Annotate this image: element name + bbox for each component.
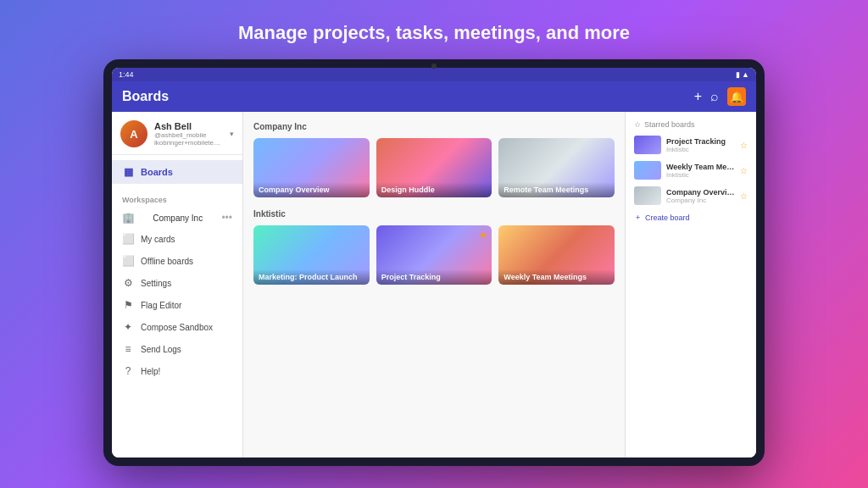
sidebar-item-settings[interactable]: ⚙ Settings <box>112 272 242 294</box>
board-label: Design Huddle <box>376 182 492 197</box>
create-board-plus-icon: ＋ <box>634 212 642 223</box>
inktistic-section: Inktistic Marketing: Product Launch ★ Pr… <box>253 209 615 285</box>
logs-icon: ≡ <box>122 343 134 355</box>
starred-thumb <box>634 136 661 154</box>
board-company-overview[interactable]: Company Overview <box>253 138 370 197</box>
company-inc-boards: Company Overview Design Huddle Remote Te… <box>253 138 615 197</box>
starred-thumb <box>634 186 661 205</box>
workspace-icon: 🏢 <box>122 212 134 224</box>
create-board-button[interactable]: ＋ Create board <box>634 212 748 223</box>
help-label: Help! <box>141 367 160 376</box>
starred-project-tracking[interactable]: Project Tracking Inktistic ☆ <box>634 136 748 154</box>
starred-info: Project Tracking Inktistic <box>666 137 735 153</box>
user-name: Ash Bell <box>154 121 223 131</box>
top-bar-actions: + ⌕ 🔔 <box>694 87 746 106</box>
board-remote-team[interactable]: Remote Team Meetings <box>498 138 615 197</box>
starred-star-icon[interactable]: ☆ <box>740 191 748 201</box>
starred-workspace: Inktistic <box>666 146 735 153</box>
camera-notch <box>431 64 437 69</box>
starred-name: Weekly Team Meetings <box>666 163 735 171</box>
sidebar-item-send-logs[interactable]: ≡ Send Logs <box>112 338 242 360</box>
tablet-screen: 1:44 ▮ ▲ Boards + ⌕ 🔔 A Ash Bel <box>112 68 756 458</box>
top-bar: Boards + ⌕ 🔔 <box>112 81 756 112</box>
status-bar: 1:44 ▮ ▲ <box>112 68 756 81</box>
star-icon: ★ <box>479 230 487 241</box>
workspaces-section: Workspaces 🏢 Company Inc ••• <box>112 189 242 228</box>
status-time: 1:44 <box>119 70 134 79</box>
settings-label: Settings <box>141 279 171 288</box>
starred-workspace: Inktistic <box>666 171 735 179</box>
starred-company-overview[interactable]: Company Overview Company Inc ☆ <box>634 186 748 205</box>
inktistic-boards: Marketing: Product Launch ★ Project Trac… <box>253 225 615 285</box>
company-inc-section: Company Inc Company Overview Design Hudd… <box>253 122 615 197</box>
starred-weekly-team[interactable]: Weekly Team Meetings Inktistic ☆ <box>634 161 748 180</box>
sidebar-item-compose[interactable]: ✦ Compose Sandbox <box>112 316 242 338</box>
workspaces-title: Workspaces <box>112 189 242 208</box>
content-area: Company Inc Company Overview Design Hudd… <box>243 112 625 458</box>
mycards-icon: ⬜ <box>122 233 134 245</box>
add-button[interactable]: + <box>694 89 702 104</box>
search-button[interactable]: ⌕ <box>710 89 719 104</box>
right-panel: ☆ Starred boards Project Tracking Inktis… <box>625 112 756 458</box>
notification-icon: 🔔 <box>730 91 743 103</box>
user-handle: @ashbell_mobile <box>154 131 223 139</box>
main-content: A Ash Bell @ashbell_mobile lkobringer+mo… <box>112 112 756 458</box>
board-label: Marketing: Product Launch <box>253 269 370 285</box>
sidebar-nav: ▦ Boards <box>112 155 242 189</box>
sidebar-item-boards[interactable]: ▦ Boards <box>112 160 242 184</box>
star-icon: ☆ <box>634 120 641 129</box>
inktistic-label: Inktistic <box>253 209 615 219</box>
compose-label: Compose Sandbox <box>141 323 213 332</box>
offline-icon: ⬜ <box>122 255 134 267</box>
mycards-label: My cards <box>141 235 175 244</box>
help-icon: ? <box>122 365 134 377</box>
status-icons: ▮ ▲ <box>736 70 749 79</box>
starred-thumb <box>634 161 661 180</box>
starred-workspace: Company Inc <box>666 197 735 204</box>
boards-label: Boards <box>141 167 173 177</box>
page-headline: Manage projects, tasks, meetings, and mo… <box>238 22 630 44</box>
top-bar-title: Boards <box>122 89 169 104</box>
avatar: A <box>120 120 147 147</box>
board-label: Weekly Team Meetings <box>498 269 615 285</box>
board-weekly-team[interactable]: Weekly Team Meetings <box>498 225 615 285</box>
board-marketing[interactable]: Marketing: Product Launch <box>253 225 370 285</box>
starred-title-text: Starred boards <box>644 120 695 129</box>
settings-icon: ⚙ <box>122 277 134 289</box>
starred-info: Company Overview Company Inc <box>666 188 735 204</box>
send-logs-label: Send Logs <box>141 345 181 354</box>
sidebar-item-offline[interactable]: ⬜ Offline boards <box>112 250 242 272</box>
create-board-label: Create board <box>645 214 690 222</box>
compose-icon: ✦ <box>122 321 134 333</box>
user-profile[interactable]: A Ash Bell @ashbell_mobile lkobringer+mo… <box>112 112 242 155</box>
notification-button[interactable]: 🔔 <box>727 87 746 106</box>
flag-editor-label: Flag Editor <box>141 301 181 310</box>
sidebar-item-help[interactable]: ? Help! <box>112 360 242 382</box>
profile-dropdown-arrow[interactable]: ▾ <box>230 130 234 138</box>
boards-icon: ▦ <box>122 166 134 178</box>
company-inc-label: Company Inc <box>253 122 615 131</box>
starred-star-icon[interactable]: ☆ <box>740 141 748 150</box>
board-label: Company Overview <box>253 182 370 197</box>
starred-name: Project Tracking <box>666 137 735 146</box>
workspace-name: Company Inc <box>153 214 203 223</box>
starred-title: ☆ Starred boards <box>634 120 748 129</box>
menu-items: ⬜ My cards ⬜ Offline boards ⚙ Settings ⚑… <box>112 228 242 382</box>
board-project-tracking[interactable]: ★ Project Tracking <box>376 225 492 285</box>
tablet-frame: 1:44 ▮ ▲ Boards + ⌕ 🔔 A Ash Bel <box>103 59 765 466</box>
starred-name: Company Overview <box>666 188 735 197</box>
board-design-huddle[interactable]: Design Huddle <box>376 138 492 197</box>
user-email: lkobringer+mobiletest@use... <box>154 139 223 147</box>
board-label: Project Tracking <box>376 269 492 285</box>
starred-star-icon[interactable]: ☆ <box>740 166 748 175</box>
user-info: Ash Bell @ashbell_mobile lkobringer+mobi… <box>154 121 223 147</box>
flag-icon: ⚑ <box>122 299 134 311</box>
workspace-more[interactable]: ••• <box>221 212 232 224</box>
sidebar: A Ash Bell @ashbell_mobile lkobringer+mo… <box>112 112 243 458</box>
starred-info: Weekly Team Meetings Inktistic <box>666 163 735 179</box>
offline-label: Offline boards <box>141 257 193 266</box>
sidebar-item-flag-editor[interactable]: ⚑ Flag Editor <box>112 294 242 316</box>
sidebar-item-mycards[interactable]: ⬜ My cards <box>112 228 242 250</box>
board-label: Remote Team Meetings <box>498 182 615 197</box>
workspace-company-inc[interactable]: 🏢 Company Inc ••• <box>112 208 242 228</box>
